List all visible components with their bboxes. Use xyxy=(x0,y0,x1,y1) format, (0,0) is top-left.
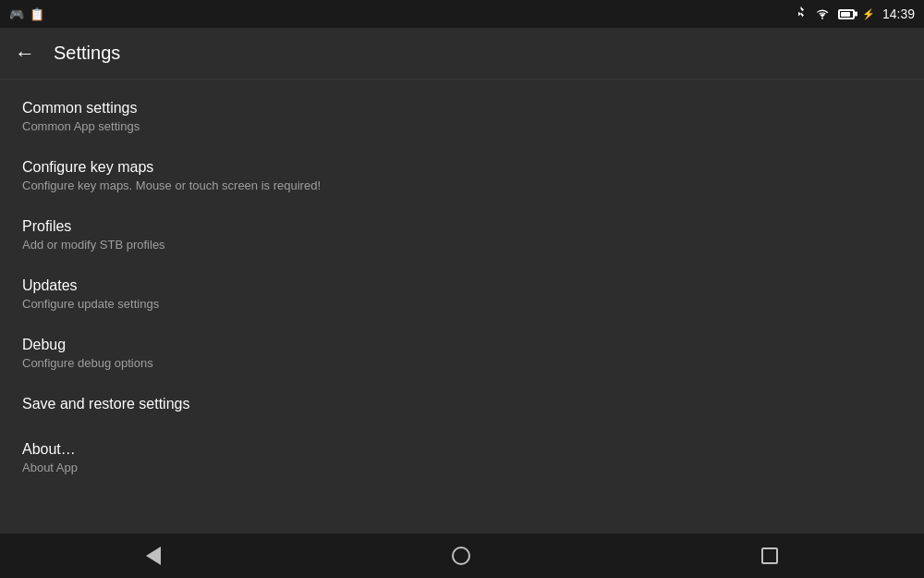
settings-item-title-common-settings: Common settings xyxy=(22,100,902,117)
app-icon-2: 📋 xyxy=(30,7,44,21)
settings-item-subtitle-updates: Configure update settings xyxy=(22,297,902,311)
nav-home-button[interactable] xyxy=(452,547,470,565)
settings-item-subtitle-common-settings: Common App settings xyxy=(22,119,902,133)
settings-item-common-settings[interactable]: Common settingsCommon App settings xyxy=(0,87,924,146)
settings-item-updates[interactable]: UpdatesConfigure update settings xyxy=(0,264,924,324)
settings-item-configure-key-maps[interactable]: Configure key mapsConfigure key maps. Mo… xyxy=(0,146,924,205)
settings-item-subtitle-debug: Configure debug options xyxy=(22,356,902,370)
settings-item-title-configure-key-maps: Configure key maps xyxy=(22,159,902,176)
settings-item-title-debug: Debug xyxy=(22,337,902,353)
app-icon-1: 🎮 xyxy=(9,7,24,21)
status-time: 14:39 xyxy=(882,6,915,21)
status-bar-right-icons: ⚡ 14:39 xyxy=(795,6,915,21)
settings-item-title-about: About… xyxy=(22,441,902,458)
settings-item-profiles[interactable]: ProfilesAdd or modify STB profiles xyxy=(0,205,924,264)
settings-item-title-profiles: Profiles xyxy=(22,218,902,235)
nav-bar xyxy=(0,534,924,578)
settings-list: Common settingsCommon App settingsConfig… xyxy=(0,80,924,495)
status-bar-left-icons: 🎮 📋 xyxy=(9,7,44,21)
settings-item-debug[interactable]: DebugConfigure debug options xyxy=(0,324,924,383)
app-bar: ← Settings xyxy=(0,28,924,80)
back-button[interactable]: ← xyxy=(15,42,35,66)
settings-item-subtitle-configure-key-maps: Configure key maps. Mouse or touch scree… xyxy=(22,178,902,192)
bluetooth-icon xyxy=(795,6,807,21)
settings-item-subtitle-profiles: Add or modify STB profiles xyxy=(22,238,902,252)
page-title: Settings xyxy=(54,43,120,64)
nav-recent-button[interactable] xyxy=(761,547,778,564)
nav-back-button[interactable] xyxy=(146,547,161,565)
settings-item-subtitle-about: About App xyxy=(22,461,902,474)
status-bar: 🎮 📋 ⚡ 14:39 xyxy=(0,0,924,28)
wifi-icon xyxy=(814,7,831,20)
settings-item-save-restore[interactable]: Save and restore settings xyxy=(0,383,924,428)
settings-item-title-updates: Updates xyxy=(22,277,902,294)
charging-icon: ⚡ xyxy=(862,8,875,20)
settings-item-about[interactable]: About…About App xyxy=(0,428,924,487)
battery-icon xyxy=(838,9,855,19)
settings-item-title-save-restore: Save and restore settings xyxy=(22,396,902,412)
